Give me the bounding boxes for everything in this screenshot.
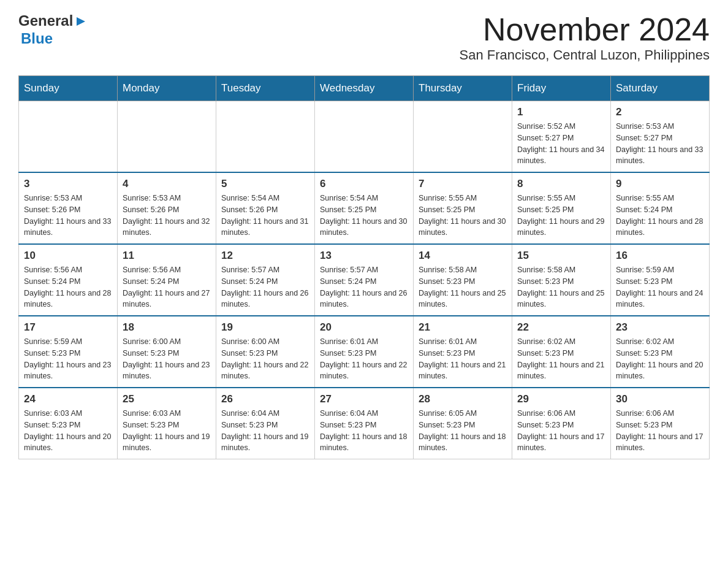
col-wednesday: Wednesday (315, 76, 414, 101)
day-number: 27 (320, 393, 408, 405)
calendar-cell-w3-d1: 11Sunrise: 5:56 AMSunset: 5:24 PMDayligh… (118, 244, 216, 316)
page-header: General Blue November 2024 San Francisco… (18, 12, 710, 63)
day-number: 21 (419, 321, 507, 334)
calendar-cell-w5-d1: 25Sunrise: 6:03 AMSunset: 5:23 PMDayligh… (118, 388, 216, 459)
day-number: 1 (517, 106, 605, 118)
day-info: Sunrise: 5:53 AMSunset: 5:26 PMDaylight:… (24, 193, 112, 239)
day-number: 20 (320, 321, 408, 334)
day-number: 24 (24, 393, 112, 405)
day-info: Sunrise: 6:05 AMSunset: 5:23 PMDaylight:… (419, 408, 507, 454)
day-info: Sunrise: 5:56 AMSunset: 5:24 PMDaylight:… (123, 264, 211, 310)
day-info: Sunrise: 5:53 AMSunset: 5:26 PMDaylight:… (123, 193, 211, 239)
day-number: 11 (123, 250, 211, 262)
calendar-table: Sunday Monday Tuesday Wednesday Thursday… (18, 75, 710, 459)
calendar-cell-w1-d3 (315, 101, 414, 173)
calendar-cell-w4-d3: 20Sunrise: 6:01 AMSunset: 5:23 PMDayligh… (315, 316, 414, 388)
calendar-cell-w5-d6: 30Sunrise: 6:06 AMSunset: 5:23 PMDayligh… (611, 388, 710, 459)
day-info: Sunrise: 6:00 AMSunset: 5:23 PMDaylight:… (123, 336, 211, 382)
day-info: Sunrise: 5:55 AMSunset: 5:24 PMDaylight:… (616, 193, 704, 239)
day-info: Sunrise: 6:02 AMSunset: 5:23 PMDaylight:… (517, 336, 605, 382)
day-info: Sunrise: 5:54 AMSunset: 5:25 PMDaylight:… (320, 193, 408, 239)
day-info: Sunrise: 5:54 AMSunset: 5:26 PMDaylight:… (221, 193, 309, 239)
day-info: Sunrise: 6:04 AMSunset: 5:23 PMDaylight:… (221, 408, 309, 454)
col-thursday: Thursday (414, 76, 512, 101)
calendar-cell-w4-d4: 21Sunrise: 6:01 AMSunset: 5:23 PMDayligh… (414, 316, 512, 388)
day-info: Sunrise: 5:55 AMSunset: 5:25 PMDaylight:… (419, 193, 507, 239)
calendar-cell-w2-d4: 7Sunrise: 5:55 AMSunset: 5:25 PMDaylight… (414, 172, 512, 244)
day-info: Sunrise: 5:59 AMSunset: 5:23 PMDaylight:… (24, 336, 112, 382)
day-info: Sunrise: 6:04 AMSunset: 5:23 PMDaylight:… (320, 408, 408, 454)
calendar-cell-w2-d2: 5Sunrise: 5:54 AMSunset: 5:26 PMDaylight… (216, 172, 315, 244)
day-number: 29 (517, 393, 605, 405)
calendar-cell-w3-d5: 15Sunrise: 5:58 AMSunset: 5:23 PMDayligh… (512, 244, 611, 316)
day-info: Sunrise: 6:01 AMSunset: 5:23 PMDaylight:… (320, 336, 408, 382)
day-info: Sunrise: 6:00 AMSunset: 5:23 PMDaylight:… (221, 336, 309, 382)
day-number: 28 (419, 393, 507, 405)
day-info: Sunrise: 5:56 AMSunset: 5:24 PMDaylight:… (24, 264, 112, 310)
day-info: Sunrise: 6:01 AMSunset: 5:23 PMDaylight:… (419, 336, 507, 382)
logo-blue-text: Blue (21, 30, 53, 47)
day-info: Sunrise: 6:03 AMSunset: 5:23 PMDaylight:… (123, 408, 211, 454)
day-number: 30 (616, 393, 704, 405)
day-info: Sunrise: 5:59 AMSunset: 5:23 PMDaylight:… (616, 264, 704, 310)
calendar-header-row: Sunday Monday Tuesday Wednesday Thursday… (19, 76, 710, 101)
day-info: Sunrise: 6:06 AMSunset: 5:23 PMDaylight:… (517, 408, 605, 454)
day-number: 22 (517, 321, 605, 334)
col-friday: Friday (512, 76, 611, 101)
day-number: 10 (24, 250, 112, 262)
day-number: 19 (221, 321, 309, 334)
calendar-cell-w2-d3: 6Sunrise: 5:54 AMSunset: 5:25 PMDaylight… (315, 172, 414, 244)
day-number: 14 (419, 250, 507, 262)
calendar-cell-w2-d5: 8Sunrise: 5:55 AMSunset: 5:25 PMDaylight… (512, 172, 611, 244)
day-number: 5 (221, 178, 309, 190)
day-number: 17 (24, 321, 112, 334)
day-info: Sunrise: 5:53 AMSunset: 5:27 PMDaylight:… (616, 121, 704, 167)
day-number: 4 (123, 178, 211, 190)
day-info: Sunrise: 5:55 AMSunset: 5:25 PMDaylight:… (517, 193, 605, 239)
day-number: 16 (616, 250, 704, 262)
page-title: November 2024 (460, 12, 710, 47)
calendar-cell-w3-d6: 16Sunrise: 5:59 AMSunset: 5:23 PMDayligh… (611, 244, 710, 316)
calendar-cell-w5-d0: 24Sunrise: 6:03 AMSunset: 5:23 PMDayligh… (19, 388, 118, 459)
calendar-cell-w4-d1: 18Sunrise: 6:00 AMSunset: 5:23 PMDayligh… (118, 316, 216, 388)
day-info: Sunrise: 5:58 AMSunset: 5:23 PMDaylight:… (517, 264, 605, 310)
calendar-cell-w4-d2: 19Sunrise: 6:00 AMSunset: 5:23 PMDayligh… (216, 316, 315, 388)
calendar-cell-w1-d0 (19, 101, 118, 173)
calendar-cell-w5-d3: 27Sunrise: 6:04 AMSunset: 5:23 PMDayligh… (315, 388, 414, 459)
calendar-cell-w5-d5: 29Sunrise: 6:06 AMSunset: 5:23 PMDayligh… (512, 388, 611, 459)
day-number: 12 (221, 250, 309, 262)
calendar-cell-w5-d4: 28Sunrise: 6:05 AMSunset: 5:23 PMDayligh… (414, 388, 512, 459)
calendar-cell-w5-d2: 26Sunrise: 6:04 AMSunset: 5:23 PMDayligh… (216, 388, 315, 459)
calendar-cell-w4-d6: 23Sunrise: 6:02 AMSunset: 5:23 PMDayligh… (611, 316, 710, 388)
calendar-cell-w1-d4 (414, 101, 512, 173)
day-number: 6 (320, 178, 408, 190)
calendar-cell-w3-d0: 10Sunrise: 5:56 AMSunset: 5:24 PMDayligh… (19, 244, 118, 316)
day-number: 18 (123, 321, 211, 334)
calendar-cell-w2-d6: 9Sunrise: 5:55 AMSunset: 5:24 PMDaylight… (611, 172, 710, 244)
day-number: 13 (320, 250, 408, 262)
calendar-cell-w4-d0: 17Sunrise: 5:59 AMSunset: 5:23 PMDayligh… (19, 316, 118, 388)
page-subtitle: San Francisco, Central Luzon, Philippine… (460, 47, 710, 63)
col-monday: Monday (118, 76, 216, 101)
day-number: 3 (24, 178, 112, 190)
col-saturday: Saturday (611, 76, 710, 101)
calendar-week-1: 1Sunrise: 5:52 AMSunset: 5:27 PMDaylight… (19, 101, 710, 173)
calendar-cell-w3-d2: 12Sunrise: 5:57 AMSunset: 5:24 PMDayligh… (216, 244, 315, 316)
day-number: 26 (221, 393, 309, 405)
day-info: Sunrise: 6:02 AMSunset: 5:23 PMDaylight:… (616, 336, 704, 382)
calendar-week-2: 3Sunrise: 5:53 AMSunset: 5:26 PMDaylight… (19, 172, 710, 244)
calendar-cell-w3-d3: 13Sunrise: 5:57 AMSunset: 5:24 PMDayligh… (315, 244, 414, 316)
day-number: 7 (419, 178, 507, 190)
day-info: Sunrise: 6:06 AMSunset: 5:23 PMDaylight:… (616, 408, 704, 454)
day-number: 2 (616, 106, 704, 118)
title-area: November 2024 San Francisco, Central Luz… (460, 12, 710, 63)
day-number: 23 (616, 321, 704, 334)
day-number: 15 (517, 250, 605, 262)
day-number: 25 (123, 393, 211, 405)
calendar-week-3: 10Sunrise: 5:56 AMSunset: 5:24 PMDayligh… (19, 244, 710, 316)
calendar-week-4: 17Sunrise: 5:59 AMSunset: 5:23 PMDayligh… (19, 316, 710, 388)
col-tuesday: Tuesday (216, 76, 315, 101)
calendar-cell-w4-d5: 22Sunrise: 6:02 AMSunset: 5:23 PMDayligh… (512, 316, 611, 388)
day-info: Sunrise: 5:57 AMSunset: 5:24 PMDaylight:… (221, 264, 309, 310)
calendar-cell-w3-d4: 14Sunrise: 5:58 AMSunset: 5:23 PMDayligh… (414, 244, 512, 316)
